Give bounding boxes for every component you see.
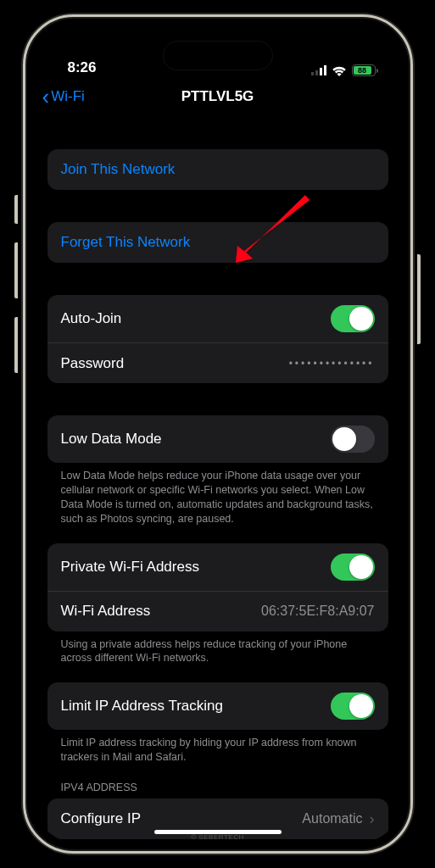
password-row[interactable]: Password •••••••••••••• [47,342,388,383]
limit-ip-footer: Limit IP address tracking by hiding your… [47,730,388,765]
join-network-label: Join This Network [61,161,176,178]
group-private-wifi: Private Wi-Fi Address Wi-Fi Address 06:3… [47,543,388,632]
svg-rect-3 [324,65,326,75]
low-data-toggle[interactable] [331,426,375,453]
nav-bar: ‹ Wi-Fi PTTLVL5G [34,76,402,117]
low-data-label: Low Data Mode [61,431,162,448]
status-icons: 88 [311,64,378,76]
forget-network-button[interactable]: Forget This Network [47,222,388,263]
configure-ip-value: Automatic [302,811,362,826]
auto-join-row: Auto-Join [47,295,388,342]
low-data-row: Low Data Mode [47,415,388,463]
wifi-icon [332,65,347,76]
limit-ip-label: Limit IP Address Tracking [61,698,224,715]
auto-join-toggle[interactable] [331,305,375,332]
status-time: 8:26 [68,59,97,76]
ipv4-header: IPV4 ADDRESS [47,765,388,798]
volume-down-button [14,317,18,373]
power-button [417,254,421,344]
chevron-right-icon: › [370,810,375,828]
page-title: PTTLVL5G [181,88,254,105]
back-button[interactable]: ‹ Wi-Fi [42,86,85,108]
low-data-footer: Low Data Mode helps reduce your iPhone d… [47,463,388,526]
chevron-left-icon: ‹ [42,86,50,108]
back-label: Wi-Fi [51,88,85,105]
password-value: •••••••••••••• [289,358,375,370]
volume-up-button [14,242,18,298]
group-lowdata: Low Data Mode [47,415,388,463]
group-autojoin: Auto-Join Password •••••••••••••• [47,295,388,383]
join-network-button[interactable]: Join This Network [47,149,388,190]
wifi-address-value: 06:37:5E:F8:A9:07 [261,604,374,619]
cellular-icon [311,65,326,75]
private-wifi-toggle[interactable] [331,554,375,581]
phone-frame: 8:26 88 ‹ Wi-Fi PTTLVL5G [23,14,413,854]
limit-ip-toggle[interactable] [331,693,375,720]
group-join: Join This Network [47,149,388,190]
svg-rect-0 [311,72,314,75]
screen: 8:26 88 ‹ Wi-Fi PTTLVL5G [34,25,402,843]
auto-join-label: Auto-Join [61,310,122,327]
group-limit-ip: Limit IP Address Tracking [47,682,388,730]
dynamic-island [163,41,273,70]
silent-switch [14,195,18,224]
svg-rect-2 [320,68,322,75]
group-forget: Forget This Network [47,222,388,263]
password-label: Password [61,355,125,372]
svg-rect-1 [315,70,318,75]
battery-percent: 88 [354,66,371,75]
configure-ip-label: Configure IP [61,810,142,827]
watermark: © SEBERTECH [191,833,243,841]
private-wifi-footer: Using a private address helps reduce tra… [47,632,388,666]
wifi-address-label: Wi-Fi Address [61,603,151,620]
forget-network-label: Forget This Network [61,234,191,251]
settings-content[interactable]: Join This Network Forget This Network Au… [34,117,402,843]
limit-ip-row: Limit IP Address Tracking [47,682,388,730]
private-wifi-label: Private Wi-Fi Address [61,559,199,576]
battery-icon: 88 [352,64,378,76]
private-wifi-row: Private Wi-Fi Address [47,543,388,591]
wifi-address-row[interactable]: Wi-Fi Address 06:37:5E:F8:A9:07 [47,591,388,632]
